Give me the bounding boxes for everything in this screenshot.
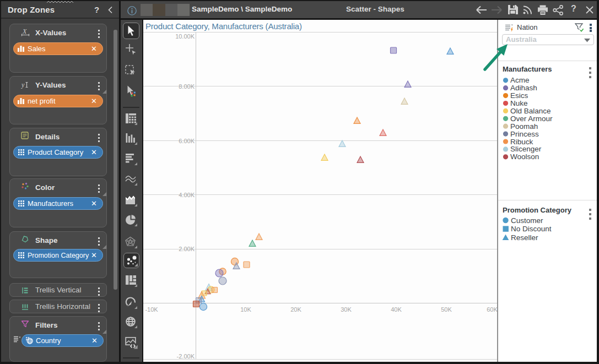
svg-text:60K: 60K [487,306,497,313]
svg-text:Customer: Customer [511,216,543,225]
svg-text:y: y [21,81,25,89]
svg-text:Esics: Esics [510,91,528,100]
svg-text:8.00K: 8.00K [179,83,195,90]
svg-text:Nuke: Nuke [510,99,528,107]
svg-text:Over Armour: Over Armour [510,115,553,123]
svg-text:Woolson: Woolson [510,153,539,161]
svg-text:Ribuck: Ribuck [510,138,533,146]
svg-text:Poomah: Poomah [510,122,538,131]
svg-text:30K: 30K [341,306,352,313]
svg-text:Slicenger: Slicenger [510,145,542,153]
svg-text:2.00K: 2.00K [179,246,195,252]
svg-text:X: X [22,28,27,35]
svg-text:50K: 50K [441,306,452,313]
svg-text:Princess: Princess [510,130,539,138]
svg-text:Adihash: Adihash [510,84,537,92]
svg-text:40K: 40K [391,306,402,313]
svg-text:Product Category, Manufacturer: Product Category, Manufacturers (Austral… [145,21,302,31]
svg-text:4.00K: 4.00K [179,192,195,198]
svg-text:20K: 20K [290,306,301,313]
svg-text:No Discount: No Discount [511,225,552,233]
svg-text:Old Balance: Old Balance [510,107,551,115]
svg-text:Reseller: Reseller [511,233,538,242]
svg-text:10K: 10K [240,306,251,313]
svg-text:6.00K: 6.00K [179,138,195,144]
svg-text:-2.00K: -2.00K [177,353,195,360]
svg-text:Acme: Acme [510,76,530,84]
svg-text:-10K: -10K [145,306,158,313]
svg-text:10.00K: 10.00K [175,33,195,40]
